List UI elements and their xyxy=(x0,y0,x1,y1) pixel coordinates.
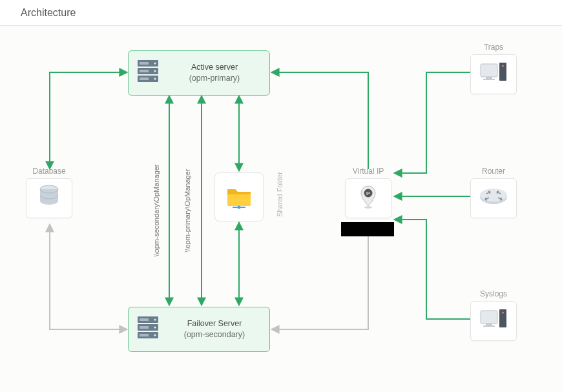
svg-point-4 xyxy=(154,70,156,72)
svg-point-12 xyxy=(154,319,156,321)
shared-folder-label: Shared Folder xyxy=(276,172,284,217)
failover-server-subtitle: (opm-secondary) xyxy=(167,329,262,341)
svg-point-29 xyxy=(502,65,504,67)
server-rack-icon xyxy=(136,59,160,87)
database-node: Database xyxy=(26,167,72,218)
edge-database-to-failover xyxy=(50,224,127,329)
active-server-subtitle: (opm-primary) xyxy=(167,73,262,85)
svg-rect-25 xyxy=(481,64,497,77)
svg-point-13 xyxy=(154,327,156,329)
svg-point-14 xyxy=(154,335,156,336)
virtual-ip-node: Virtual IP IP xyxy=(345,167,391,218)
failover-server-node: Failover Server (opm-secondary) xyxy=(128,307,270,352)
svg-rect-8 xyxy=(140,77,149,80)
svg-rect-26 xyxy=(486,77,492,79)
virtual-ip-redacted-value xyxy=(341,222,394,236)
svg-rect-34 xyxy=(483,325,495,327)
workstation-icon xyxy=(479,308,508,334)
edge-database-to-active xyxy=(50,72,127,169)
svg-rect-32 xyxy=(481,311,497,324)
edge-label-primary-share: \\opm-primary\OpManager xyxy=(183,169,191,253)
shared-folder-icon xyxy=(225,183,253,211)
syslogs-icon-box xyxy=(470,301,517,341)
architecture-diagram-page: Architecture xyxy=(0,0,562,392)
traps-label: Traps xyxy=(484,43,503,52)
edge-vip-to-failover xyxy=(271,224,368,329)
database-icon-box xyxy=(26,178,72,218)
svg-point-31 xyxy=(480,189,507,201)
router-label: Router xyxy=(482,167,505,176)
server-rack-icon xyxy=(136,315,160,344)
svg-point-36 xyxy=(502,312,504,314)
edge-label-secondary-share: \\opm-secondary\OpManager xyxy=(152,164,160,256)
page-header: Architecture xyxy=(0,0,562,26)
traps-icon-box xyxy=(470,54,517,94)
svg-point-21 xyxy=(238,206,241,209)
router-icon-box xyxy=(470,178,517,218)
svg-point-3 xyxy=(154,63,156,65)
svg-point-24 xyxy=(364,206,372,209)
svg-point-5 xyxy=(154,78,156,80)
failover-server-title: Failover Server xyxy=(167,318,262,330)
edge-syslogs-to-vip xyxy=(394,220,470,319)
page-title: Architecture xyxy=(21,7,76,19)
syslogs-node: Syslogs xyxy=(470,289,517,341)
svg-rect-17 xyxy=(140,334,149,336)
workstation-icon xyxy=(479,61,508,87)
svg-rect-16 xyxy=(140,326,149,329)
failover-server-label: Failover Server (opm-secondary) xyxy=(167,318,262,341)
syslogs-label: Syslogs xyxy=(480,289,507,298)
virtual-ip-label: Virtual IP xyxy=(353,167,384,176)
svg-rect-27 xyxy=(483,79,495,80)
shared-folder-node xyxy=(214,172,264,222)
svg-rect-15 xyxy=(140,318,149,321)
active-server-title: Active server xyxy=(167,62,262,74)
edge-vip-to-active xyxy=(271,72,368,169)
svg-rect-33 xyxy=(486,324,492,325)
svg-rect-6 xyxy=(140,62,149,65)
router-node: Router xyxy=(470,167,517,218)
database-label: Database xyxy=(32,167,65,176)
router-icon xyxy=(477,186,510,211)
virtual-ip-icon-box: IP xyxy=(345,178,391,218)
ip-pin-icon: IP xyxy=(359,185,378,212)
edge-traps-to-vip xyxy=(394,72,470,173)
svg-rect-7 xyxy=(140,70,149,72)
database-icon xyxy=(37,185,61,212)
traps-node: Traps xyxy=(470,43,517,94)
svg-text:IP: IP xyxy=(366,191,370,196)
active-server-node: Active server (opm-primary) xyxy=(128,50,270,96)
active-server-label: Active server (opm-primary) xyxy=(167,62,262,85)
